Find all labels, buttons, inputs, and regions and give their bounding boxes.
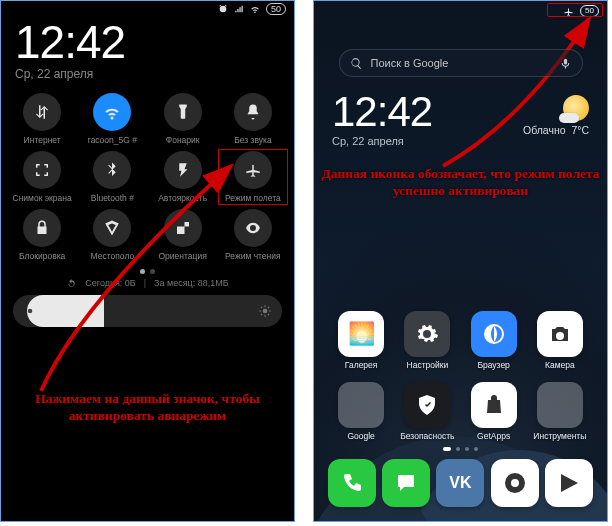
app-icon: VK — [436, 459, 484, 507]
chrome-icon — [503, 471, 527, 495]
weather-cond: Облачно — [523, 124, 566, 136]
qs-tile-flashlight[interactable]: Фонарик — [148, 91, 218, 147]
qs-tile-button[interactable] — [93, 209, 131, 247]
qs-tile-internet[interactable]: Интернет — [7, 91, 77, 147]
clock-weather-widget[interactable]: 12:42 Ср, 22 апреля Облачно 7°C — [314, 77, 607, 147]
app-gallery[interactable]: 🌅Галерея — [328, 311, 394, 370]
phone-icon — [340, 471, 364, 495]
svg-point-0 — [28, 309, 33, 314]
qs-tile-button[interactable] — [164, 93, 202, 131]
clock-block: 12:42 Ср, 22 апреля — [1, 15, 294, 81]
qs-tile-label: Bluetooth # — [91, 193, 134, 203]
qs-tile-button[interactable] — [234, 93, 272, 131]
widget-date: Ср, 22 апреля — [332, 135, 523, 147]
qs-tile-wifi[interactable]: racoon_5G # — [77, 91, 147, 147]
qs-tile-location[interactable]: Местополо — [77, 207, 147, 263]
qs-tile-button[interactable] — [164, 209, 202, 247]
qs-tile-label: Интернет — [24, 135, 61, 145]
search-icon — [350, 57, 363, 70]
qs-tile-bluetooth[interactable]: Bluetooth # — [77, 149, 147, 205]
annotation-highlight-box — [547, 3, 603, 17]
globe-icon — [482, 322, 506, 346]
weather-temp: 7°C — [571, 124, 589, 136]
qs-tile-airplane[interactable]: Режим полета — [218, 149, 288, 205]
qs-tile-lock[interactable]: Блокировка — [7, 207, 77, 263]
app-chrome[interactable] — [491, 459, 539, 507]
home-app-grid: 🌅ГалереяНастройкиБраузерКамераGoogleБезо… — [314, 311, 607, 441]
qs-tile-label: Режим полета — [225, 193, 281, 203]
google-search-bar[interactable]: Поиск в Google — [339, 49, 583, 77]
location-icon — [103, 219, 121, 237]
app-messages[interactable] — [382, 459, 430, 507]
qs-tile-mute[interactable]: Без звука — [218, 91, 288, 147]
app-label: Камера — [545, 360, 575, 370]
bluetooth-icon — [103, 161, 121, 179]
usage-today: Сегодня: 0Б — [85, 278, 135, 289]
app-settings[interactable]: Настройки — [394, 311, 460, 370]
qs-tile-label: Снимок экрана — [13, 193, 72, 203]
mic-icon[interactable] — [559, 57, 572, 70]
app-label: Безопасность — [400, 431, 454, 441]
qs-tile-orientation[interactable]: Ориентация — [148, 207, 218, 263]
qs-tile-button[interactable] — [164, 151, 202, 189]
app-label: Браузер — [477, 360, 509, 370]
qs-tile-button[interactable] — [23, 151, 61, 189]
app-security[interactable]: Безопасность — [394, 382, 460, 441]
eye-icon — [244, 219, 262, 237]
search-placeholder: Поиск в Google — [371, 57, 551, 69]
app-play[interactable] — [545, 459, 593, 507]
refresh-icon — [66, 278, 77, 289]
wifi-icon — [103, 103, 121, 121]
app-camera[interactable]: Камера — [527, 311, 593, 370]
app-label: Google — [347, 431, 374, 441]
qs-tile-label: Местополо — [91, 251, 135, 261]
qs-tile-autobright[interactable]: Автояркость — [148, 149, 218, 205]
app-browser[interactable]: Браузер — [461, 311, 527, 370]
app-tools-folder[interactable]: Инструменты — [527, 382, 593, 441]
app-icon — [404, 382, 450, 428]
app-icon: 🌅 — [338, 311, 384, 357]
app-label: Галерея — [345, 360, 378, 370]
screenshot-icon — [33, 161, 51, 179]
folder-icon — [338, 382, 384, 428]
qs-tile-button[interactable] — [234, 209, 272, 247]
battery-indicator: 50 — [266, 3, 286, 15]
app-google-folder[interactable]: Google — [328, 382, 394, 441]
qs-tile-screenshot[interactable]: Снимок экрана — [7, 149, 77, 205]
quick-settings-grid: Интернетracoon_5G #ФонарикБез звукаСнимо… — [1, 81, 294, 263]
qs-tile-reading[interactable]: Режим чтения — [218, 207, 288, 263]
qs-tile-label: Фонарик — [166, 135, 200, 145]
gear-icon — [415, 322, 439, 346]
app-icon — [537, 311, 583, 357]
statusbar: 50 — [314, 1, 607, 19]
app-getapps[interactable]: GetApps — [461, 382, 527, 441]
airplane-icon — [244, 161, 262, 179]
data-usage-row[interactable]: Сегодня: 0Б | За месяц: 88,1МБ — [1, 278, 294, 295]
screenshot-home-screen: 50 Поиск в Google 12:42 Ср, 22 апреля Об… — [313, 0, 608, 522]
qs-tile-button[interactable] — [234, 151, 272, 189]
chat-icon — [394, 471, 418, 495]
screenshot-quick-settings: 50 12:42 Ср, 22 апреля Интернетracoon_5G… — [0, 0, 295, 522]
qs-tile-label: Режим чтения — [225, 251, 281, 261]
qs-tile-button[interactable] — [93, 151, 131, 189]
wifi-icon — [250, 4, 260, 14]
annotation-caption: Данная иконка обозначает, что режим поле… — [314, 166, 607, 200]
qs-tile-button[interactable] — [23, 209, 61, 247]
qs-tile-button[interactable] — [93, 93, 131, 131]
lock-icon — [33, 219, 51, 237]
qs-tile-button[interactable] — [23, 93, 61, 131]
app-vk[interactable]: VK — [436, 459, 484, 507]
folder-icon — [537, 382, 583, 428]
brightness-slider[interactable] — [13, 295, 282, 327]
qs-tile-label: racoon_5G # — [88, 135, 137, 145]
panel-page-dots — [1, 263, 294, 278]
app-icon — [471, 311, 517, 357]
camera-icon — [548, 322, 572, 346]
app-icon — [382, 459, 430, 507]
app-icon — [404, 311, 450, 357]
autobright-icon — [174, 161, 192, 179]
brightness-low-icon — [23, 304, 37, 318]
app-phone[interactable] — [328, 459, 376, 507]
play-icon — [557, 471, 581, 495]
flashlight-icon — [174, 103, 192, 121]
